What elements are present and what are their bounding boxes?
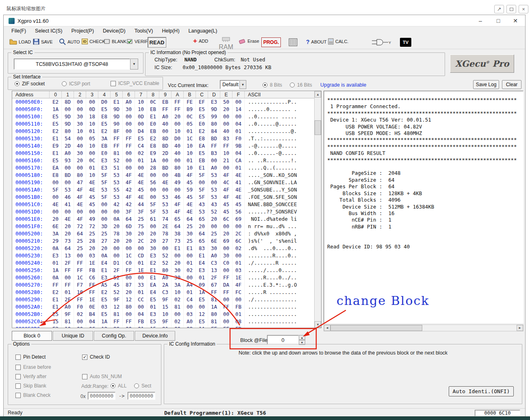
close-button[interactable]: ✕ (506, 15, 524, 26)
scroll-left-icon[interactable]: ◄ (324, 325, 330, 331)
prog-button[interactable]: PROG. (261, 37, 281, 47)
block-at-file-input[interactable]: 0 (267, 335, 299, 345)
save-button[interactable]: SAVE (33, 39, 53, 45)
maximize-button[interactable]: □ (489, 15, 507, 26)
menu-language-l-[interactable]: Language(L) (184, 27, 222, 35)
hex-row: 00005230:E31300030A001CCDE3520000E1A0300… (12, 252, 321, 259)
addr-range-all-radio[interactable]: ALL (111, 383, 126, 389)
scroll-up-icon[interactable]: ▲ (315, 91, 321, 98)
scroll-right-icon[interactable]: ► (517, 325, 523, 331)
block-spin-up[interactable]: ▲ (299, 335, 305, 340)
hex-row: 00005150:E1A03000E0810002E92D4010E5B3100… (12, 150, 321, 157)
hex-ascii: .....E.3.*:..g.O (245, 281, 321, 289)
addr-range-sect-radio[interactable]: Sect (134, 383, 151, 389)
erase-button[interactable]: Erase (239, 38, 259, 44)
hex-vscrollbar[interactable]: ▲ ▼ (314, 91, 321, 328)
menu-select-ic-s-[interactable]: Select IC(S) (30, 27, 67, 35)
hex-byte: 05 (184, 120, 196, 128)
hex-byte: 00 (220, 223, 232, 230)
icsp-port-radio[interactable]: ICSP port (62, 81, 90, 87)
hex-byte: 5F (196, 172, 208, 179)
tab-unique-id[interactable]: Unique ID (53, 331, 93, 341)
verify-after-checkbox[interactable]: Verify after (15, 374, 46, 379)
hscroll-thumb[interactable] (330, 325, 422, 331)
log-hscrollbar[interactable]: ◄ ► (324, 324, 523, 331)
tab-block-0[interactable]: Block 0 (12, 331, 52, 341)
select-ic-dropdown-icon[interactable]: ▼ (130, 59, 138, 70)
hex-row: 00005110:E59D3010E5900000E0400005E080000… (12, 120, 321, 128)
hex-byte: 25 (74, 237, 86, 245)
minimize-button[interactable]: – (471, 15, 489, 26)
blank-check-checkbox[interactable]: Blank Check (15, 392, 50, 398)
menu-file-f-[interactable]: File(F) (7, 27, 30, 35)
check-id-checkbox[interactable]: ✓ Check ID (82, 354, 110, 360)
hex-byte: 9F (159, 318, 172, 325)
select-ic-combobox[interactable]: TC58BVG1S3HTAI0 @TSOP48 (14, 59, 130, 70)
verify-button[interactable]: VERIFY (126, 39, 151, 44)
hex-row: 00005290:E12FFF1EE59F12CCE59F02C4E581000… (12, 296, 321, 303)
open-external-icon[interactable]: ↗ (494, 5, 504, 13)
brand-name: XGecu (455, 59, 486, 69)
hex-byte: 9D (111, 106, 123, 113)
blank-button[interactable]: BLANK (104, 39, 126, 44)
addr-to-input[interactable]: 00000000 (128, 392, 155, 400)
read-button[interactable]: READ (148, 37, 166, 48)
menu-tools-v-[interactable]: Tools(V) (130, 27, 158, 35)
auto-sn-checkbox[interactable]: Auto SN_NUM (82, 374, 122, 379)
hex-byte: 01 (232, 164, 245, 172)
zif-socket-radio[interactable]: ZIF socket (15, 81, 45, 87)
hex-byte: BD (208, 135, 220, 142)
vcc-combobox[interactable]: Default (220, 80, 239, 89)
hex-byte: 00 (220, 296, 232, 303)
hex-byte: 12 (111, 303, 123, 311)
block-at-file-label: Block @File: (240, 337, 269, 343)
menu-device-d-[interactable]: Device(D) (98, 27, 130, 35)
clear-button[interactable]: Clear (502, 80, 521, 89)
tab-device-info[interactable]: Device.Info (135, 331, 175, 341)
skip-blank-checkbox[interactable]: Skip Blank (15, 383, 46, 389)
hex-byte: E1 (196, 164, 208, 172)
hex-byte: 00 (98, 215, 111, 223)
viewer-close-icon[interactable]: × (519, 5, 528, 13)
load-button[interactable]: LOAD (9, 39, 31, 45)
hex-byte: 03 (184, 311, 196, 318)
upgrade-link[interactable]: Upgrade is available (320, 82, 366, 88)
hex-byte: 30 (172, 267, 184, 274)
menu-project-p-[interactable]: Project(P) (67, 27, 99, 35)
save-log-button[interactable]: Save Log (473, 80, 499, 89)
tv-button[interactable]: TV (400, 38, 411, 47)
chip-socket-icon[interactable] (288, 38, 298, 48)
scroll-thumb[interactable] (315, 120, 321, 135)
hex-byte: 00 (74, 164, 86, 172)
erase-before-checkbox[interactable]: Erase before (15, 364, 51, 370)
hex-byte: 4F (123, 194, 135, 201)
pin-detect-checkbox[interactable]: Pin Detect (15, 354, 46, 360)
menu-help-h-[interactable]: Help(H) (157, 27, 184, 35)
addr-from-input[interactable]: 00000000 (88, 392, 115, 400)
vcc-dropdown-icon[interactable]: ▼ (239, 80, 246, 89)
hex-byte: 53 (208, 172, 220, 179)
scroll-down-icon[interactable]: ▼ (315, 321, 321, 328)
hex-byte: 00 (135, 303, 147, 311)
hex-byte: 64 (184, 215, 196, 223)
window-title: Xgpro v11.60 (17, 18, 48, 24)
hex-ascii: ..0......@...... (245, 120, 321, 128)
bits16-radio[interactable]: 16 Bits (290, 82, 312, 88)
float-window-icon[interactable] (506, 5, 516, 13)
logic-gate-icon[interactable]: Y (372, 39, 391, 48)
auto-identi-button[interactable]: Auto Identi.(ONFI) (449, 386, 514, 396)
hex-byte: 20 (98, 245, 111, 252)
hex-byte: EA (50, 164, 62, 172)
calc-button[interactable]: CALC. (328, 38, 348, 45)
add-button[interactable]: + ADD (193, 38, 208, 44)
hex-byte: 29 (50, 237, 62, 245)
check-button[interactable]: ID CHECK (82, 39, 105, 44)
tab-config-op-[interactable]: Config Op. (94, 331, 134, 341)
bits8-radio[interactable]: 8 Bits (263, 82, 282, 88)
hex-col-header: 9 (159, 91, 172, 98)
about-button[interactable]: ? ABOUT (306, 39, 326, 45)
auto-button[interactable]: AUTO (59, 38, 80, 45)
icsp-vcc-checkbox[interactable]: ICSP_VCC Enable (111, 81, 159, 86)
ram-button[interactable]: RAM (218, 36, 234, 51)
hex-byte: E3 (50, 252, 62, 259)
